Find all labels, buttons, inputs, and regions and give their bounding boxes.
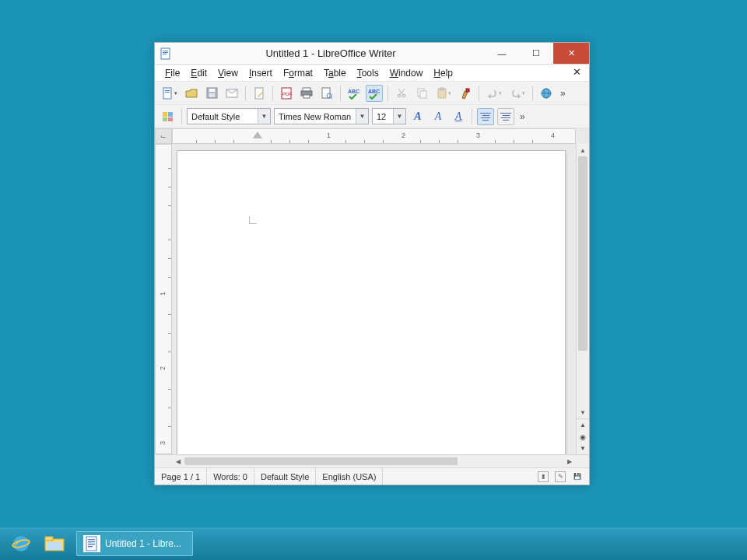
taskbar-entry-label: Untitled 1 - Libre...: [105, 538, 181, 549]
italic-button[interactable]: A: [430, 108, 447, 125]
open-button[interactable]: [183, 85, 200, 102]
separator: [388, 86, 388, 101]
menu-tools[interactable]: Tools: [352, 66, 384, 80]
underline-button[interactable]: A: [450, 108, 467, 125]
separator: [181, 109, 182, 124]
bold-button[interactable]: A: [409, 108, 426, 125]
hscroll-thumb[interactable]: [184, 457, 458, 465]
menu-table[interactable]: Table: [318, 66, 352, 80]
dropdown-icon[interactable]: ▼: [393, 109, 405, 124]
prev-page-button[interactable]: ▲: [577, 419, 589, 431]
svg-rect-17: [322, 88, 330, 98]
status-style[interactable]: Default Style: [254, 468, 316, 485]
horizontal-ruler[interactable]: 1 2 3 4: [172, 128, 576, 144]
titlebar[interactable]: Untitled 1 - LibreOffice Writer — ☐ ✕: [155, 43, 589, 65]
desktop: Untitled 1 - LibreOffice Writer — ☐ ✕ Fi…: [0, 0, 747, 560]
ruler-label: 3: [476, 131, 480, 139]
svg-rect-34: [163, 117, 167, 121]
scroll-up-button[interactable]: ▲: [577, 144, 589, 156]
status-bar: Page 1 / 1 Words: 0 Default Style Englis…: [155, 467, 589, 485]
edit-file-button[interactable]: [251, 85, 268, 102]
close-document-button[interactable]: ✕: [570, 66, 584, 78]
menu-help[interactable]: Help: [428, 66, 458, 80]
redo-button[interactable]: ▾: [507, 85, 528, 102]
menu-insert[interactable]: Insert: [244, 66, 278, 80]
font-name-combo[interactable]: Times New Roman ▼: [274, 108, 369, 124]
menu-format[interactable]: Format: [278, 66, 318, 80]
scroll-down-button[interactable]: ▼: [577, 406, 589, 418]
svg-rect-40: [47, 542, 62, 550]
vertical-scrollbar[interactable]: ▲ ▼ ▲ ◉ ▼: [576, 144, 589, 454]
align-center-button[interactable]: [497, 108, 514, 125]
styles-dialog-button[interactable]: [160, 108, 177, 125]
print-button[interactable]: [298, 85, 315, 102]
editor-area: ⌙ 1 2 3 4 1: [155, 128, 589, 467]
dropdown-icon[interactable]: ▼: [356, 109, 368, 124]
paragraph-style-combo[interactable]: Default Style ▼: [187, 108, 271, 124]
autospell-button[interactable]: ABC: [366, 85, 383, 102]
nav-select-button[interactable]: ◉: [577, 431, 589, 443]
align-left-button[interactable]: [477, 108, 494, 125]
font-size-combo[interactable]: 12 ▼: [372, 108, 406, 124]
vruler-label: 2: [159, 366, 167, 370]
close-button[interactable]: ✕: [553, 43, 589, 64]
scroll-right-button[interactable]: ▶: [563, 458, 576, 465]
horizontal-ruler-row: ⌙ 1 2 3 4: [155, 128, 589, 144]
horizontal-scrollbar[interactable]: ◀ ▶: [172, 455, 576, 467]
print-preview-button[interactable]: [318, 85, 335, 102]
status-words[interactable]: Words: 0: [207, 468, 254, 485]
cut-button[interactable]: [393, 85, 410, 102]
taskbar-entry-writer[interactable]: Untitled 1 - Libre...: [76, 531, 193, 556]
formatting-toolbar: Default Style ▼ Times New Roman ▼ 12 ▼ A…: [155, 105, 589, 128]
export-pdf-button[interactable]: PDF: [278, 85, 295, 102]
vscroll-track[interactable]: [577, 156, 589, 406]
writer-doc-icon: [83, 535, 100, 552]
new-document-button[interactable]: ▾: [160, 85, 180, 102]
vertical-ruler[interactable]: 1 2 3: [155, 144, 172, 454]
svg-rect-45: [88, 546, 93, 547]
insert-mode-icon[interactable]: ▮: [538, 471, 549, 482]
document-page[interactable]: [177, 150, 566, 454]
status-page[interactable]: Page 1 / 1: [155, 468, 207, 485]
formatting-more-button[interactable]: »: [517, 111, 528, 122]
window-controls: — ☐ ✕: [485, 43, 589, 64]
format-paintbrush-button[interactable]: [457, 85, 474, 102]
svg-rect-27: [440, 88, 444, 90]
separator: [532, 86, 533, 101]
svg-rect-6: [165, 92, 170, 93]
vscroll-thumb[interactable]: [578, 156, 587, 351]
toolbar-more-button[interactable]: »: [558, 88, 568, 99]
next-page-button[interactable]: ▼: [577, 443, 589, 454]
svg-text:ABC: ABC: [368, 89, 380, 94]
hscroll-track[interactable]: [184, 457, 563, 466]
paste-button[interactable]: ▾: [433, 85, 454, 102]
signature-icon[interactable]: ✎: [555, 471, 566, 482]
taskbar-ie-icon[interactable]: [8, 530, 34, 557]
status-language[interactable]: English (USA): [316, 468, 383, 485]
document-viewport[interactable]: [172, 144, 576, 454]
undo-button[interactable]: ▾: [484, 85, 504, 102]
dropdown-icon[interactable]: ▼: [258, 109, 270, 124]
editor-body-row: 1 2 3 ▲ ▼ ▲: [155, 144, 589, 454]
email-button[interactable]: [223, 85, 240, 102]
scroll-left-button[interactable]: ◀: [172, 458, 184, 465]
menu-edit[interactable]: Edit: [185, 66, 212, 80]
taskbar-explorer-icon[interactable]: [42, 530, 68, 557]
horizontal-scroll-row: ◀ ▶: [155, 454, 589, 467]
menu-view[interactable]: View: [212, 66, 244, 80]
svg-rect-35: [168, 117, 173, 121]
copy-button[interactable]: [413, 85, 430, 102]
minimize-button[interactable]: —: [485, 43, 519, 64]
svg-rect-5: [165, 90, 170, 91]
spellcheck-button[interactable]: ABC: [345, 85, 363, 102]
svg-rect-44: [88, 544, 95, 544]
maximize-button[interactable]: ☐: [519, 43, 553, 64]
save-status-icon[interactable]: 💾: [572, 471, 583, 482]
save-button[interactable]: [203, 85, 220, 102]
hyperlink-button[interactable]: [538, 85, 555, 102]
menu-file[interactable]: File: [160, 66, 185, 80]
svg-rect-2: [163, 52, 168, 53]
ruler-label: 1: [327, 131, 331, 139]
writer-app-icon: [160, 47, 172, 60]
menu-window[interactable]: Window: [384, 66, 429, 80]
